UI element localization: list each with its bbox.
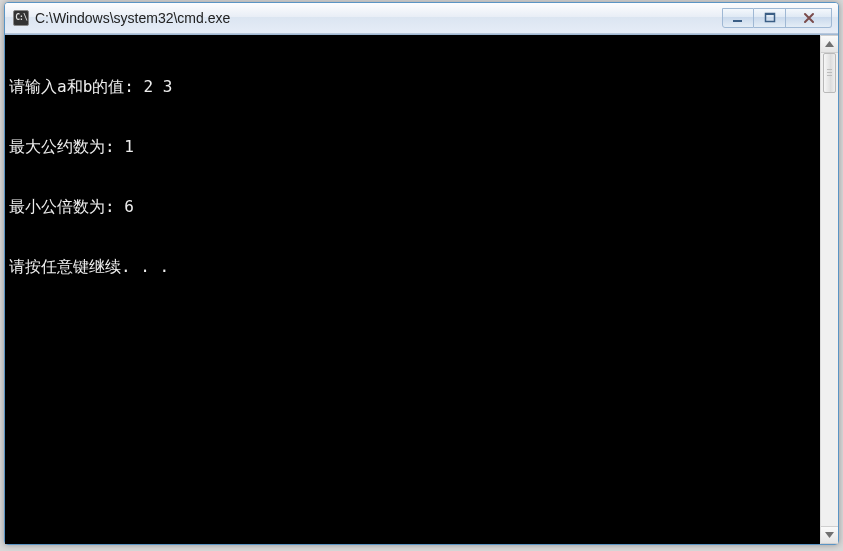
chevron-up-icon	[825, 41, 834, 47]
maximize-icon	[764, 12, 776, 24]
window-controls	[722, 8, 832, 28]
window-title: C:\Windows\system32\cmd.exe	[35, 10, 722, 26]
svg-rect-0	[733, 20, 742, 22]
maximize-button[interactable]	[754, 8, 786, 28]
console-line: 请按任意键继续. . .	[9, 257, 818, 277]
client-area: 请输入a和b的值: 2 3 最大公约数为: 1 最小公倍数为: 6 请按任意键继…	[5, 34, 838, 544]
scroll-track-area[interactable]	[821, 53, 838, 526]
svg-rect-2	[765, 13, 775, 15]
chevron-down-icon	[825, 532, 834, 538]
console-line: 最大公约数为: 1	[9, 137, 818, 157]
cmd-icon-label: C:\	[15, 14, 26, 22]
console-line: 请输入a和b的值: 2 3	[9, 77, 818, 97]
console-output[interactable]: 请输入a和b的值: 2 3 最大公约数为: 1 最小公倍数为: 6 请按任意键继…	[5, 35, 820, 544]
console-line: 最小公倍数为: 6	[9, 197, 818, 217]
vertical-scrollbar[interactable]	[820, 35, 838, 544]
close-icon	[802, 12, 816, 24]
close-button[interactable]	[786, 8, 832, 28]
minimize-icon	[732, 12, 744, 24]
titlebar[interactable]: C:\ C:\Windows\system32\cmd.exe	[5, 3, 838, 34]
cmd-icon: C:\	[13, 10, 29, 26]
scroll-thumb[interactable]	[823, 53, 836, 93]
scroll-down-button[interactable]	[821, 526, 838, 544]
minimize-button[interactable]	[722, 8, 754, 28]
scroll-up-button[interactable]	[821, 35, 838, 53]
cmd-window: C:\ C:\Windows\system32\cmd.exe	[4, 2, 839, 545]
